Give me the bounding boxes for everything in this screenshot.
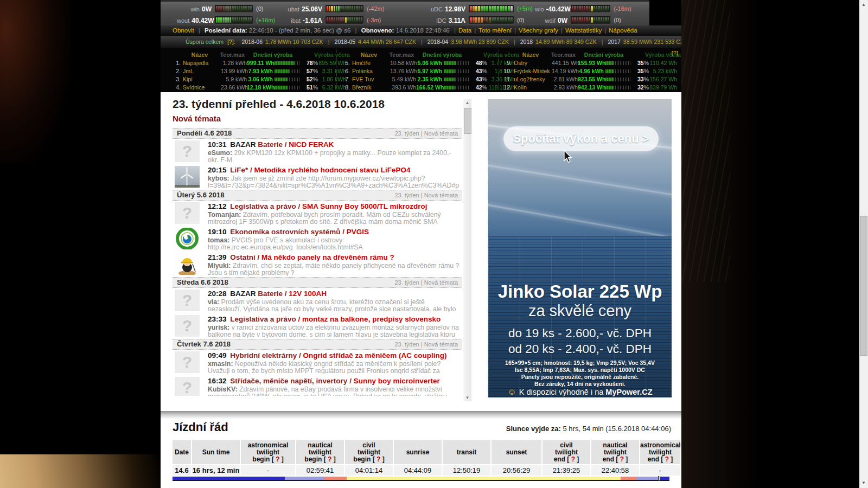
post-category-link[interactable]: Baterie bbox=[258, 140, 283, 149]
post-section-link[interactable]: BAZAR bbox=[230, 290, 258, 298]
forum-day-links[interactable]: 23. týden | Nová témata bbox=[394, 339, 458, 349]
ad-spec-line: Isc 8,55A; Imp 7,63A; Max. sys. napětí 1… bbox=[488, 367, 672, 374]
help-question-link[interactable]: ? bbox=[376, 455, 380, 463]
forum-post: 21:39 Ostatní / Má někdo panely na dřevě… bbox=[173, 252, 462, 277]
percent-number: 78 bbox=[307, 60, 313, 66]
saving-period: 2018-04 bbox=[427, 38, 449, 45]
post-topic-link[interactable]: montaz na balkone, predpisy slovensko bbox=[302, 315, 441, 323]
calculate-price-button[interactable]: Spočítat výkon a cenu > bbox=[503, 126, 659, 151]
meter-label-value: iDC3.11A bbox=[388, 15, 465, 25]
menu-link-toto-m-en-[interactable]: Toto měření bbox=[478, 27, 512, 34]
led-segment bbox=[605, 17, 607, 23]
plant-name-link[interactable]: Ostry bbox=[512, 60, 552, 66]
post-section-link[interactable]: BAZAR bbox=[230, 140, 258, 149]
ad-banner[interactable]: Spočítat výkon a cenu > Jinko Solar 225 … bbox=[488, 99, 672, 397]
meter-label: win bbox=[190, 6, 200, 12]
post-category-link[interactable]: Legislativa a právo bbox=[230, 315, 296, 323]
scroll-up-icon[interactable]: ▲ bbox=[859, 1, 868, 9]
table-cell-9: 22:40:58 bbox=[591, 465, 639, 476]
plant-name-link[interactable]: Frýdek-Místek bbox=[512, 68, 552, 74]
plant-name-link[interactable]: Polánka bbox=[350, 68, 390, 74]
plant-today-production: 923.55 Wh bbox=[578, 76, 604, 82]
ad-brand: MyPower.CZ bbox=[605, 388, 652, 396]
forum-post: ?16:32 Střídače, měniče napětí, invertor… bbox=[173, 375, 462, 396]
help-question-link[interactable]: ? bbox=[328, 455, 331, 463]
post-category-link[interactable]: Legislativa a právo bbox=[230, 202, 296, 210]
post-category-link[interactable]: LiFe* bbox=[230, 166, 248, 174]
led-segment bbox=[598, 6, 599, 11]
led-segment bbox=[572, 6, 573, 11]
scroll-down-icon[interactable]: ▼ bbox=[859, 479, 868, 487]
timeline-segment-0 bbox=[173, 477, 285, 480]
post-time: 23:33 bbox=[208, 315, 230, 323]
stats-group-3: NázevTeor.maxDnešní výrobaVýroba včera9.… bbox=[503, 50, 669, 91]
refresh-link[interactable]: Obnovit bbox=[173, 27, 194, 34]
plant-name-link[interactable]: uLog2frenky bbox=[512, 76, 552, 82]
plant-name-link[interactable]: Hmčíře bbox=[350, 60, 390, 66]
post-topic-link[interactable]: Sunny boy microinverter bbox=[354, 377, 440, 385]
table-cell-6: 12:50:19 bbox=[443, 465, 490, 476]
plant-name-link[interactable]: JmL bbox=[181, 68, 221, 74]
plant-name-link[interactable]: Březník bbox=[350, 84, 390, 91]
post-topic-link[interactable]: Má někdo panely na dřevěném rámu ? bbox=[261, 253, 394, 261]
meter-delta: (0) bbox=[614, 17, 621, 23]
plant-name-link[interactable]: Kipi bbox=[181, 76, 221, 82]
menu-link-data[interactable]: Data bbox=[458, 27, 471, 34]
post-topic-link[interactable]: NiCD FERAK bbox=[289, 140, 334, 149]
forum-day-links[interactable]: 23. týden | Nová témata bbox=[394, 278, 458, 287]
help-question-link[interactable]: ? bbox=[620, 455, 624, 463]
post-category-link[interactable]: Ekonomika ostrovních systémů bbox=[230, 228, 340, 236]
forum-post-text: Miyuki: Zdravím, chci se zeptat, máte ně… bbox=[208, 262, 460, 276]
post-topic-link[interactable]: 12V 100AH bbox=[289, 290, 327, 298]
table-cell-5: 04:44:09 bbox=[394, 465, 442, 476]
top-meter-bar: win0W(0)ubat25.06V(-42m)uDC12.98V(+5m)wi… bbox=[161, 0, 649, 25]
forum-day-links[interactable]: 23. týden | Nová témata bbox=[394, 190, 458, 200]
led-segment bbox=[483, 6, 486, 11]
scrollbar-thumb[interactable] bbox=[464, 108, 471, 134]
post-topic-link[interactable]: Ongrid střídač za měničem (AC coupling) bbox=[303, 351, 447, 359]
table-cell-2: - bbox=[241, 465, 295, 476]
savings-help-link[interactable]: [?]: bbox=[227, 38, 235, 45]
forum-scrollbar[interactable]: ▲ ▼ bbox=[463, 99, 471, 401]
post-topic-link[interactable]: SMA Sunny Boy 5000/TL mikrozdroj bbox=[302, 202, 427, 210]
meter-label-value: ubat25.06V bbox=[275, 4, 322, 14]
progress-bar bbox=[444, 78, 469, 81]
plant-progress bbox=[604, 85, 636, 89]
browser-scrollbar[interactable]: ▲ ▼ bbox=[859, 0, 868, 488]
plant-name-link[interactable]: Kolín bbox=[512, 84, 552, 91]
forum-day-links[interactable]: 23. týden | Nová témata bbox=[394, 129, 458, 138]
post-topic-link[interactable]: PVGIS bbox=[347, 228, 369, 236]
plant-name-link[interactable]: Napajedla bbox=[181, 60, 221, 66]
plant-name-link[interactable]: Svídnice bbox=[181, 84, 221, 91]
forum-post-content: 09:49 Hybridní elektrárny / Ongrid stříd… bbox=[208, 351, 460, 374]
post-category-link[interactable]: Baterie bbox=[258, 290, 283, 298]
help-question-link[interactable]: ? bbox=[276, 455, 279, 463]
separator: / bbox=[256, 253, 261, 261]
post-author: vla: bbox=[208, 299, 221, 306]
menu-link-wattstatistiky[interactable]: Wattstatistiky bbox=[565, 27, 602, 34]
plant-name-link[interactable]: FVE Tuv bbox=[350, 76, 390, 82]
separator: | bbox=[355, 27, 357, 34]
led-segment bbox=[232, 6, 233, 11]
help-question-link[interactable]: ? bbox=[571, 455, 575, 463]
post-category-link[interactable]: Hybridní elektrárny bbox=[230, 351, 297, 359]
separator: | bbox=[474, 27, 476, 34]
scroll-up-icon[interactable]: ▲ bbox=[463, 99, 471, 106]
meter-ubat: ubat25.06V(-42m) bbox=[275, 3, 384, 14]
scroll-down-icon[interactable]: ▼ bbox=[463, 394, 471, 401]
col-header-5: sunrise bbox=[394, 440, 442, 464]
col-header-4: civiltwilightbegin [ ? ] bbox=[345, 440, 393, 464]
led-segment bbox=[505, 6, 507, 11]
scrollbar-thumb[interactable] bbox=[860, 216, 867, 356]
post-author: KubisKV: bbox=[208, 386, 239, 393]
table-cell-8: 21:39:25 bbox=[542, 465, 590, 476]
post-category-link[interactable]: Ostatní bbox=[230, 253, 256, 261]
menu-link-v-echny-grafy[interactable]: Všechny grafy bbox=[519, 27, 558, 34]
stats-help-link[interactable]: [?] bbox=[672, 50, 678, 56]
post-topic-link[interactable]: Metodika rychlého hodnocení stavu LiFePO… bbox=[254, 166, 411, 174]
post-category-link[interactable]: Střídače, měniče napětí, invertory bbox=[230, 377, 347, 385]
plant-rank: 6. bbox=[342, 68, 350, 74]
led-segment bbox=[510, 17, 513, 23]
help-question-link[interactable]: ? bbox=[665, 455, 669, 463]
menu-link-n-pov-da[interactable]: Nápověda bbox=[609, 27, 637, 34]
